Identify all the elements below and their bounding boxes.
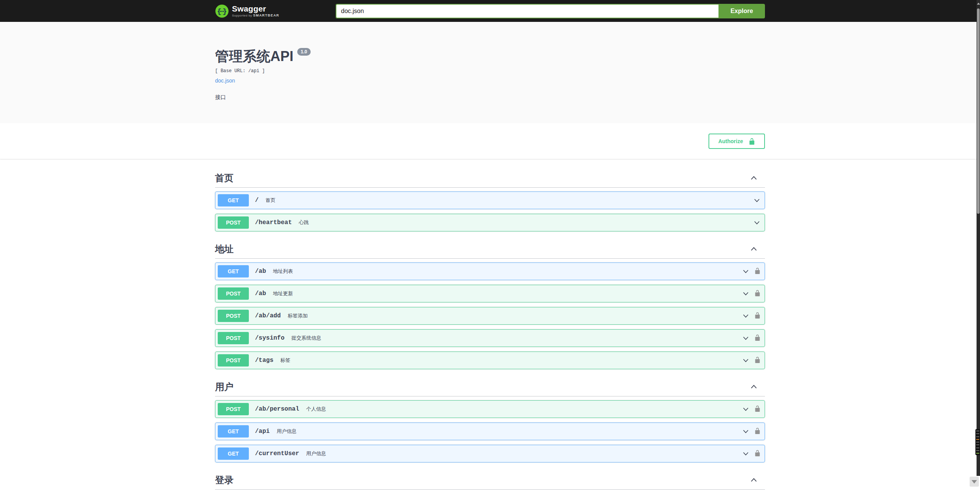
- collapse-section-button[interactable]: [750, 476, 758, 484]
- logo-tagline: Supported by SMARTBEAR: [232, 14, 279, 17]
- section-header[interactable]: 用户: [215, 378, 765, 396]
- expand-operation-button[interactable]: [753, 219, 761, 226]
- operations-area: 首页GET/首页POST/heartbeat心跳地址GET/ab地址列表POST…: [0, 159, 980, 492]
- section-header[interactable]: 地址: [215, 240, 765, 259]
- api-section: 首页GET/首页POST/heartbeat心跳: [215, 169, 765, 231]
- expand-operation-button[interactable]: [742, 450, 750, 457]
- smartbear-brand: SMARTBEAR: [253, 13, 279, 17]
- operation-row-post[interactable]: POST/tags标签: [215, 352, 765, 369]
- collapse-section-button[interactable]: [750, 174, 758, 182]
- unlocked-padlock-icon: [754, 267, 761, 275]
- section-title: 用户: [215, 381, 233, 393]
- endpoint-path: /tags: [255, 357, 273, 364]
- method-badge: GET: [218, 194, 249, 206]
- unlocked-padlock-icon: [754, 450, 761, 457]
- auth-lock-button[interactable]: [754, 405, 761, 413]
- topbar: { } Swagger Supported by SMARTBEAR Explo…: [0, 0, 980, 22]
- spec-url-form: Explore: [336, 4, 765, 18]
- section-operations: GET/首页POST/heartbeat心跳: [215, 192, 765, 231]
- swagger-logo[interactable]: { } Swagger Supported by SMARTBEAR: [215, 4, 279, 18]
- api-title: 管理系统API 1.0: [215, 47, 765, 66]
- authorize-label: Authorize: [718, 138, 743, 144]
- expand-operation-button[interactable]: [742, 290, 750, 297]
- collapse-section-button[interactable]: [750, 383, 758, 391]
- unlocked-padlock-icon: [754, 334, 761, 342]
- scrollbar-minimap-marker: [975, 429, 980, 455]
- api-title-text: 管理系统API: [215, 47, 293, 66]
- operation-row-post[interactable]: POST/ab地址更新: [215, 285, 765, 302]
- endpoint-summary: 用户信息: [276, 428, 296, 435]
- unlocked-padlock-icon: [748, 138, 755, 145]
- auth-lock-button[interactable]: [754, 428, 761, 435]
- endpoint-path: /currentUser: [255, 450, 299, 457]
- method-badge: GET: [218, 265, 249, 277]
- endpoint-path: /: [255, 197, 259, 204]
- logo-wordmark: Swagger: [232, 5, 279, 13]
- api-section: 用户POST/ab/personal个人信息GET/api用户信息GET/cur…: [215, 378, 765, 462]
- section-operations: POST/ab/personal个人信息GET/api用户信息GET/curre…: [215, 400, 765, 462]
- endpoint-path: /heartbeat: [255, 219, 292, 226]
- version-badge: 1.0: [297, 48, 311, 56]
- expand-operation-button[interactable]: [742, 428, 750, 435]
- endpoint-summary: 心跳: [299, 219, 309, 226]
- scrollbar-thumb[interactable]: [977, 8, 980, 214]
- operation-row-post[interactable]: POST/ab/add标签添加: [215, 307, 765, 325]
- endpoint-path: /sysinfo: [255, 335, 285, 342]
- operation-row-post[interactable]: POST/ab/personal个人信息: [215, 400, 765, 418]
- method-badge: POST: [218, 287, 249, 300]
- expand-operation-button[interactable]: [742, 405, 750, 413]
- auth-lock-button[interactable]: [754, 290, 761, 297]
- auth-lock-button[interactable]: [754, 334, 761, 342]
- unlocked-padlock-icon: [754, 428, 761, 435]
- endpoint-summary: 标签添加: [288, 312, 308, 319]
- auth-lock-button[interactable]: [754, 312, 761, 320]
- scrollbar-up-arrow[interactable]: [977, 3, 980, 5]
- operation-row-get[interactable]: GET/api用户信息: [215, 423, 765, 440]
- operation-row-get[interactable]: GET/currentUser用户信息: [215, 445, 765, 462]
- section-header[interactable]: 首页: [215, 169, 765, 188]
- scheme-container: Authorize: [0, 123, 980, 159]
- api-section: 登录POST/login登录POST/login/outLogin退出登录: [215, 471, 765, 492]
- endpoint-path: /ab/personal: [255, 406, 299, 413]
- spec-url-input[interactable]: [336, 4, 718, 18]
- explore-button[interactable]: Explore: [718, 4, 765, 18]
- section-operations: GET/ab地址列表POST/ab地址更新POST/ab/add标签添加POST…: [215, 263, 765, 369]
- section-title: 地址: [215, 243, 233, 255]
- browser-scrollbar[interactable]: [977, 0, 980, 476]
- endpoint-summary: 标签: [280, 357, 290, 364]
- unlocked-padlock-icon: [754, 312, 761, 320]
- method-badge: GET: [218, 425, 249, 438]
- endpoint-summary: 首页: [266, 197, 276, 204]
- endpoint-summary: 地址更新: [273, 290, 293, 297]
- operation-row-post[interactable]: POST/heartbeat心跳: [215, 214, 765, 231]
- api-info-section: 管理系统API 1.0 [ Base URL: /api ] doc.json …: [0, 22, 980, 123]
- expand-operation-button[interactable]: [742, 357, 750, 364]
- endpoint-summary: 提交系统信息: [291, 335, 321, 342]
- auth-lock-button[interactable]: [754, 267, 761, 275]
- unlocked-padlock-icon: [754, 357, 761, 364]
- scroll-down-button[interactable]: [970, 477, 979, 487]
- operation-row-get[interactable]: GET/首页: [215, 192, 765, 209]
- expand-operation-button[interactable]: [742, 312, 750, 320]
- endpoint-path: /ab/add: [255, 312, 281, 319]
- method-badge: POST: [218, 354, 249, 367]
- expand-operation-button[interactable]: [753, 196, 761, 204]
- operation-row-get[interactable]: GET/ab地址列表: [215, 263, 765, 280]
- expand-operation-button[interactable]: [742, 334, 750, 342]
- section-title: 首页: [215, 172, 233, 184]
- endpoint-path: /ab: [255, 290, 266, 297]
- method-badge: POST: [218, 216, 249, 229]
- section-header[interactable]: 登录: [215, 471, 765, 490]
- operations-list: 首页GET/首页POST/heartbeat心跳地址GET/ab地址列表POST…: [215, 169, 765, 492]
- auth-lock-button[interactable]: [754, 357, 761, 364]
- auth-lock-button[interactable]: [754, 450, 761, 457]
- endpoint-summary: 地址列表: [273, 268, 293, 275]
- expand-operation-button[interactable]: [742, 267, 750, 275]
- spec-json-link[interactable]: doc.json: [215, 78, 235, 84]
- operation-row-post[interactable]: POST/sysinfo提交系统信息: [215, 329, 765, 347]
- endpoint-summary: 个人信息: [306, 406, 326, 413]
- method-badge: POST: [218, 332, 249, 344]
- authorize-button[interactable]: Authorize: [709, 134, 765, 149]
- collapse-section-button[interactable]: [750, 245, 758, 253]
- endpoint-summary: 用户信息: [306, 450, 326, 457]
